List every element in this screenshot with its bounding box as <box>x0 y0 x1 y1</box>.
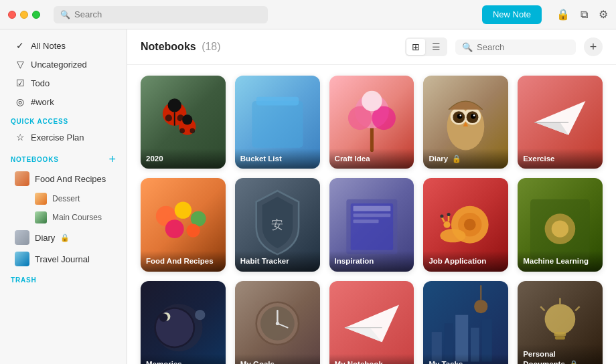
notebooks-section-header: NOTEBOOKS + <box>0 147 127 168</box>
list-view-button[interactable]: ☰ <box>427 39 446 55</box>
main-courses-thumbnail <box>35 211 47 223</box>
notebook-label-habit-tracker: Habit Tracker <box>235 251 320 272</box>
content-search-input[interactable] <box>477 42 569 52</box>
grid-container: 2020 Bucket List <box>141 76 603 364</box>
notebook-card-my-notebook[interactable]: My Notebook <box>329 281 414 364</box>
notebook-card-my-goals[interactable]: My Goals <box>235 281 320 364</box>
svg-rect-39 <box>353 220 378 223</box>
notebook-card-craft-idea[interactable]: Craft Idea <box>329 76 414 169</box>
diary-lock-icon: 🔒 <box>60 234 70 242</box>
uncategorized-icon: ▽ <box>15 59 25 70</box>
notebook-card-exercise[interactable]: Exercise <box>518 76 603 169</box>
svg-point-51 <box>552 221 568 238</box>
svg-rect-38 <box>353 214 390 217</box>
svg-point-6 <box>182 114 192 124</box>
notebook-label-food-recipes: Food And Recipes <box>141 251 226 272</box>
duplicate-icon[interactable]: ⧉ <box>581 9 588 21</box>
notebook-bg-memories <box>141 281 226 364</box>
svg-point-48 <box>447 213 451 216</box>
titlebar-search-input[interactable] <box>74 9 261 19</box>
notebook-bg-my-notebook <box>329 281 414 364</box>
svg-rect-37 <box>353 206 390 211</box>
new-note-button[interactable]: New Note <box>482 5 542 24</box>
svg-point-32 <box>165 220 184 239</box>
notebook-card-food-recipes[interactable]: Food And Recipes <box>141 178 226 271</box>
svg-point-23 <box>460 114 462 116</box>
uncategorized-label: Uncategorized <box>31 60 87 70</box>
notebooks-title-text: Notebooks <box>141 41 196 52</box>
svg-text:安: 安 <box>271 219 283 232</box>
notebook-card-diary[interactable]: Diary 🔒 <box>423 76 508 169</box>
lock-icon[interactable]: 🔒 <box>556 8 570 21</box>
notebook-bg-my-tasks <box>423 281 508 364</box>
notebook-label-job-application: Job Application <box>423 251 508 272</box>
svg-point-21 <box>457 114 463 119</box>
notebook-label-craft-idea: Craft Idea <box>329 149 414 169</box>
view-toggle: ⊞ ☰ <box>405 37 447 56</box>
minimize-button[interactable] <box>20 11 28 19</box>
sidebar-item-dessert[interactable]: Dessert <box>4 190 123 207</box>
work-icon: ◎ <box>15 96 25 107</box>
notebook-card-machine-learning[interactable]: Machine Learning <box>518 178 603 271</box>
svg-point-1 <box>168 98 181 112</box>
settings-icon[interactable]: ⚙ <box>599 8 608 21</box>
grid-view-button[interactable]: ⊞ <box>406 39 425 55</box>
notebook-label-bucket-list: Bucket List <box>235 149 320 169</box>
traffic-lights <box>8 11 40 19</box>
content-header: Notebooks (18) ⊞ ☰ 🔍 + <box>127 29 616 65</box>
trash-section[interactable]: TRASH <box>0 270 127 286</box>
add-notebook-sidebar-button[interactable]: + <box>108 153 116 165</box>
sidebar-item-diary[interactable]: Diary 🔒 <box>4 227 123 248</box>
add-notebook-button[interactable]: + <box>584 37 603 56</box>
notebook-label-diary: Diary 🔒 <box>423 149 508 169</box>
notebook-label-my-notebook: My Notebook <box>329 354 414 365</box>
svg-line-78 <box>540 306 544 310</box>
svg-point-42 <box>464 219 476 231</box>
food-recipes-sidebar-label: Food And Recipes <box>35 174 106 184</box>
star-icon: ☆ <box>15 132 25 143</box>
notebook-card-2020[interactable]: 2020 <box>141 76 226 169</box>
notebook-card-personal-docs[interactable]: Personal Documents 🔒 <box>518 281 603 364</box>
notebook-card-my-tasks[interactable]: My Tasks <box>423 281 508 364</box>
sidebar-item-main-courses[interactable]: Main Courses <box>4 209 123 226</box>
notebook-card-job-application[interactable]: Job Application <box>423 178 508 271</box>
svg-point-8 <box>190 128 196 134</box>
sidebar-item-exercise-plan[interactable]: ☆ Exercise Plan <box>4 128 123 146</box>
notebook-art-memories <box>141 281 226 364</box>
content-search-icon: 🔍 <box>462 42 473 52</box>
sidebar-item-food-recipes[interactable]: Food And Recipes <box>4 169 123 189</box>
work-label: #work <box>31 97 54 107</box>
svg-point-47 <box>441 215 444 218</box>
sidebar-item-todo[interactable]: ☑ Todo <box>4 74 123 92</box>
notebook-card-habit-tracker[interactable]: 安 Habit Tracker <box>235 178 320 271</box>
notebook-card-bucket-list[interactable]: Bucket List <box>235 76 320 169</box>
svg-point-33 <box>186 224 200 238</box>
svg-rect-10 <box>256 97 298 106</box>
titlebar-search-box[interactable]: 🔍 <box>54 6 268 23</box>
notebooks-page-title: Notebooks (18) <box>141 41 397 53</box>
close-button[interactable] <box>8 11 16 19</box>
travel-journal-label: Travel Journal <box>35 254 90 264</box>
sidebar-item-work[interactable]: ◎ #work <box>4 93 123 110</box>
svg-point-3 <box>165 114 172 121</box>
all-notes-icon: ✓ <box>15 40 25 51</box>
notebook-label-inspiration: Inspiration <box>329 251 414 272</box>
notebook-bg-my-goals <box>235 281 320 364</box>
notebook-label-my-goals: My Goals <box>235 354 320 365</box>
notebook-card-memories[interactable]: Memories <box>141 281 226 364</box>
titlebar-icons: 🔒 ⧉ ⚙ <box>556 8 608 21</box>
svg-point-43 <box>441 230 466 243</box>
titlebar: 🔍 New Note 🔒 ⧉ ⚙ <box>0 0 616 29</box>
content-search-box[interactable]: 🔍 <box>455 39 576 55</box>
sidebar-item-all-notes[interactable]: ✓ All Notes <box>4 37 123 54</box>
svg-line-77 <box>575 306 579 310</box>
notebook-art-mygoals <box>235 281 320 364</box>
notebook-card-inspiration[interactable]: Inspiration <box>329 178 414 271</box>
sidebar-item-uncategorized[interactable]: ▽ Uncategorized <box>4 56 123 73</box>
notebook-label-my-tasks: My Tasks <box>423 354 508 365</box>
maximize-button[interactable] <box>32 11 40 19</box>
food-recipes-thumbnail <box>15 171 29 186</box>
sidebar-item-travel-journal[interactable]: Travel Journal <box>4 249 123 269</box>
svg-point-22 <box>471 114 476 119</box>
svg-point-73 <box>545 304 576 335</box>
